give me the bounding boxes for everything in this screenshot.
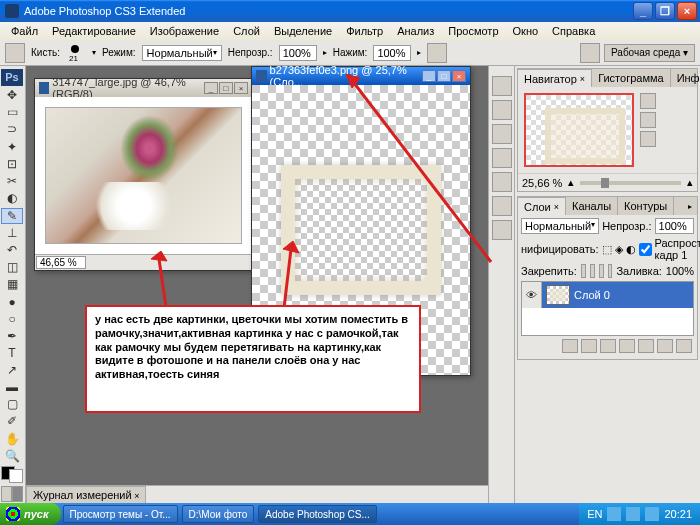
heal-tool[interactable]: ◐ — [1, 190, 23, 205]
unify-icon-1[interactable]: ⬚ — [602, 243, 612, 256]
dodge-tool[interactable]: ○ — [1, 311, 23, 326]
eraser-tool[interactable]: ◫ — [1, 260, 23, 275]
workspace-button[interactable]: Рабочая среда ▾ — [604, 44, 695, 62]
opacity-arrow-icon[interactable]: ▸ — [323, 48, 327, 57]
minimize-button[interactable]: _ — [633, 2, 653, 20]
wand-tool[interactable]: ✦ — [1, 139, 23, 154]
adjustment-icon[interactable] — [619, 339, 635, 353]
zoom-out-icon[interactable]: ▴ — [568, 176, 574, 189]
language-indicator[interactable]: EN — [587, 508, 602, 520]
flow-arrow-icon[interactable]: ▸ — [417, 48, 421, 57]
brush-preview[interactable]: 21 — [66, 43, 86, 63]
mode-dropdown[interactable]: Нормальный — [142, 45, 222, 61]
doc1-zoom[interactable]: 46,65 % — [36, 256, 86, 269]
lasso-tool[interactable]: ⊃ — [1, 122, 23, 137]
tab-channels[interactable]: Каналы — [566, 197, 618, 215]
doc1-titlebar[interactable]: 314747_large.jpg @ 46,7% (RGB/8) _ □ × — [35, 79, 252, 97]
side-btn-4[interactable] — [492, 148, 512, 168]
color-swatch[interactable] — [1, 466, 23, 483]
lock-all-icon[interactable] — [608, 264, 613, 278]
panel-menu-icon[interactable]: ▸ — [683, 197, 697, 215]
task-2[interactable]: D:\Мои фото — [182, 505, 255, 523]
hand-tool[interactable]: ✋ — [1, 431, 23, 446]
tab-navigator[interactable]: Навигатор — [518, 69, 592, 87]
blend-mode-dropdown[interactable]: Нормальный — [521, 218, 599, 234]
menu-filter[interactable]: Фильтр — [340, 23, 389, 39]
menu-file[interactable]: Файл — [5, 23, 44, 39]
tab-info[interactable]: Инфо — [671, 69, 700, 87]
menu-view[interactable]: Просмотр — [442, 23, 504, 39]
tab-layers[interactable]: Слои — [518, 197, 566, 215]
airbrush-icon[interactable] — [427, 43, 447, 63]
nav-btn-1[interactable] — [640, 93, 656, 109]
photoshop-logo-icon[interactable]: Ps — [1, 69, 23, 86]
side-btn-6[interactable] — [492, 196, 512, 216]
stamp-tool[interactable]: ⊥ — [1, 226, 23, 241]
notes-tool[interactable]: ▢ — [1, 397, 23, 412]
side-btn-5[interactable] — [492, 172, 512, 192]
doc1-maximize[interactable]: □ — [219, 82, 233, 94]
measurement-log-tab[interactable]: Журнал измерений — [26, 486, 146, 504]
layer-opacity-input[interactable]: 100% — [655, 218, 694, 234]
clock[interactable]: 20:21 — [664, 508, 692, 520]
unify-icon-3[interactable]: ◐ — [626, 243, 636, 256]
layer-item-0[interactable]: 👁 Слой 0 — [522, 282, 693, 308]
side-btn-1[interactable] — [492, 76, 512, 96]
lock-trans-icon[interactable] — [581, 264, 586, 278]
menu-window[interactable]: Окно — [507, 23, 545, 39]
layer-style-icon[interactable] — [581, 339, 597, 353]
task-3[interactable]: Adobe Photoshop CS... — [258, 505, 377, 523]
nav-btn-3[interactable] — [640, 131, 656, 147]
menu-select[interactable]: Выделение — [268, 23, 338, 39]
nav-btn-2[interactable] — [640, 112, 656, 128]
zoom-slider[interactable] — [580, 181, 681, 185]
tab-histogram[interactable]: Гистограмма — [592, 69, 671, 87]
layer-list[interactable]: 👁 Слой 0 — [521, 281, 694, 336]
layer-name[interactable]: Слой 0 — [574, 289, 610, 301]
delete-layer-icon[interactable] — [676, 339, 692, 353]
gradient-tool[interactable]: ▦ — [1, 277, 23, 292]
side-btn-3[interactable] — [492, 124, 512, 144]
group-icon[interactable] — [638, 339, 654, 353]
task-1[interactable]: Просмотр темы - От... — [63, 505, 178, 523]
zoom-in-icon[interactable]: ▴ — [687, 176, 693, 189]
crop-tool[interactable]: ⊡ — [1, 156, 23, 171]
marquee-tool[interactable]: ▭ — [1, 105, 23, 120]
spread-checkbox[interactable] — [639, 243, 652, 256]
document-window-1[interactable]: 314747_large.jpg @ 46,7% (RGB/8) _ □ × 4… — [34, 78, 253, 271]
fill-input[interactable]: 100% — [666, 265, 694, 277]
blur-tool[interactable]: ● — [1, 294, 23, 309]
opacity-input[interactable]: 100% — [279, 45, 317, 61]
quickmask-toggle[interactable] — [1, 486, 23, 502]
doc1-canvas[interactable] — [35, 97, 252, 254]
maximize-button[interactable]: ❐ — [655, 2, 675, 20]
brush-dropdown-icon[interactable]: ▾ — [92, 48, 96, 57]
side-btn-7[interactable] — [492, 220, 512, 240]
menu-help[interactable]: Справка — [546, 23, 601, 39]
menu-layer[interactable]: Слой — [227, 23, 266, 39]
start-button[interactable]: пуск — [0, 503, 61, 525]
menu-edit[interactable]: Редактирование — [46, 23, 142, 39]
side-btn-2[interactable] — [492, 100, 512, 120]
history-brush-tool[interactable]: ↶ — [1, 243, 23, 258]
zoom-tool[interactable]: 🔍 — [1, 448, 23, 463]
doc1-close[interactable]: × — [234, 82, 248, 94]
shape-tool[interactable]: ▬ — [1, 380, 23, 395]
brush-tool[interactable]: ✎ — [1, 208, 23, 224]
flow-input[interactable]: 100% — [373, 45, 411, 61]
visibility-icon[interactable]: 👁 — [522, 282, 542, 308]
type-tool[interactable]: T — [1, 345, 23, 360]
lock-pos-icon[interactable] — [599, 264, 604, 278]
slice-tool[interactable]: ✂ — [1, 173, 23, 188]
nav-zoom-value[interactable]: 25,66 % — [522, 177, 562, 189]
tray-icon-2[interactable] — [626, 507, 640, 521]
tool-preset-icon[interactable] — [5, 43, 25, 63]
navigator-thumbnail[interactable] — [524, 93, 634, 167]
doc1-minimize[interactable]: _ — [204, 82, 218, 94]
layer-mask-icon[interactable] — [600, 339, 616, 353]
layer-thumbnail[interactable] — [546, 285, 570, 305]
lock-pixels-icon[interactable] — [590, 264, 595, 278]
close-button[interactable]: × — [677, 2, 697, 20]
path-tool[interactable]: ↗ — [1, 363, 23, 378]
pen-tool[interactable]: ✒ — [1, 328, 23, 343]
